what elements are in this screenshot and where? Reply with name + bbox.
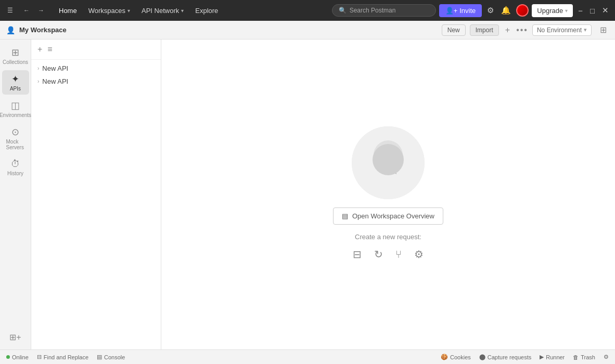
open-workspace-label: Open Workspace Overview — [352, 212, 434, 220]
console-button[interactable]: ▤ Console — [97, 354, 125, 360]
websocket-icon: ↻ — [374, 248, 383, 261]
http-icon: ⊟ — [353, 248, 362, 261]
api-item-chevron: › — [37, 79, 39, 84]
list-item[interactable]: › New API — [31, 75, 161, 88]
more-options-button[interactable]: ••• — [516, 25, 528, 35]
notifications-button[interactable]: 🔔 — [499, 4, 513, 17]
panel-header: + ≡ — [31, 40, 161, 60]
api-item-name: New API — [42, 64, 68, 72]
http-request-button[interactable]: ⊟ — [351, 246, 364, 263]
collections-icon: ⊞ — [11, 47, 19, 58]
grpc-request-button[interactable]: ⚙ — [412, 246, 426, 263]
status-bar: Online ⊟ Find and Replace ▤ Console 🍪 Co… — [0, 349, 615, 364]
table-view-button[interactable]: ⊞ — [598, 24, 609, 36]
environments-label: Environments — [0, 112, 31, 118]
marketplace-icon: ⊞+ — [9, 332, 21, 342]
trash-button[interactable]: 🗑 Trash — [573, 354, 595, 360]
sidebar-item-environments[interactable]: ◫ Environments — [2, 97, 29, 121]
workspace-bar: 👤 My Workspace New Import + ••• No Envir… — [0, 21, 615, 40]
env-label: No Environment — [537, 27, 582, 34]
environment-selector[interactable]: No Environment ▾ — [532, 24, 592, 36]
search-placeholder: Search Postman — [350, 7, 396, 14]
sidebar-item-collections[interactable]: ⊞ Collections — [2, 44, 29, 68]
main-layout: ⊞ Collections ✦ APIs ◫ Environments ⊙ Mo… — [0, 40, 615, 349]
titlebar-left: ☰ — [4, 5, 16, 16]
runner-icon: ▶ — [540, 354, 544, 360]
status-settings-icon: ⚙ — [604, 354, 609, 360]
workspace-name: My Workspace — [19, 26, 438, 34]
history-label: History — [7, 171, 23, 176]
add-api-button[interactable]: + — [36, 44, 43, 55]
history-icon: ⏱ — [11, 159, 20, 170]
find-replace-button[interactable]: ⊟ Find and Replace — [37, 354, 88, 360]
search-icon: 🔍 — [339, 7, 347, 14]
titlebar: ☰ ← → Home Workspaces ▾ API Network ▾ Ex… — [0, 0, 615, 21]
mock-servers-label: Mock Servers — [6, 139, 25, 150]
workspaces-chevron: ▾ — [127, 8, 130, 14]
nav-buttons: ← → — [20, 5, 47, 16]
menu-workspaces[interactable]: Workspaces ▾ — [83, 5, 135, 17]
sidebar-item-apis[interactable]: ✦ APIs — [2, 70, 29, 95]
online-status[interactable]: Online — [6, 354, 29, 360]
environments-icon: ◫ — [11, 100, 20, 111]
console-icon: ▤ — [97, 354, 102, 360]
status-right: 🍪 Cookies ⬤ Capture requests ▶ Runner 🗑 … — [441, 354, 609, 360]
online-label: Online — [12, 354, 29, 360]
upgrade-button[interactable]: Upgrade ▾ — [532, 4, 573, 17]
svg-point-0 — [352, 126, 425, 199]
cookies-icon: 🍪 — [441, 354, 448, 360]
window-close-button[interactable]: ✕ — [600, 4, 611, 17]
menu-home[interactable]: Home — [54, 5, 82, 17]
api-list: › New API › New API — [31, 60, 161, 90]
trash-icon: 🗑 — [573, 354, 579, 360]
svg-rect-2 — [382, 151, 396, 171]
sidebar-item-history[interactable]: ⏱ History — [2, 155, 29, 179]
invite-user-icon: 👤+ — [445, 7, 458, 15]
grpc-icon: ⚙ — [414, 248, 424, 261]
list-item[interactable]: › New API — [31, 62, 161, 75]
sidebar-item-marketplace[interactable]: ⊞+ — [2, 329, 29, 345]
create-request-label: Create a new request: — [355, 233, 421, 241]
svg-rect-4 — [382, 151, 388, 157]
create-request-section: Create a new request: ⊟ ↻ ⑂ ⚙ — [351, 233, 426, 263]
settings-button[interactable]: ⚙ — [485, 4, 496, 17]
add-tab-button[interactable]: + — [503, 24, 512, 36]
workspace-overview-icon: ▤ — [342, 212, 348, 220]
menu-explore[interactable]: Explore — [190, 5, 223, 17]
illustration-svg — [352, 126, 425, 199]
collections-label: Collections — [3, 59, 28, 65]
new-button[interactable]: New — [442, 24, 466, 36]
titlebar-right: 🔍 Search Postman 👤+ Invite ⚙ 🔔 Upgrade ▾… — [332, 4, 611, 17]
nav-back-button[interactable]: ← — [20, 5, 33, 16]
websocket-request-button[interactable]: ↻ — [372, 246, 385, 263]
upgrade-chevron: ▾ — [565, 8, 568, 14]
graphql-request-button[interactable]: ⑂ — [393, 246, 404, 263]
window-maximize-button[interactable]: □ — [588, 4, 597, 17]
status-settings-button[interactable]: ⚙ — [604, 354, 609, 360]
filter-button[interactable]: ≡ — [46, 44, 53, 55]
menu-button[interactable]: ☰ — [4, 5, 16, 16]
runner-button[interactable]: ▶ Runner — [540, 354, 565, 360]
avatar[interactable] — [516, 4, 529, 17]
cookies-button[interactable]: 🍪 Cookies — [441, 354, 471, 360]
nav-forward-button[interactable]: → — [35, 5, 47, 16]
invite-button[interactable]: 👤+ Invite — [439, 4, 482, 17]
online-dot — [6, 355, 10, 359]
api-item-chevron: › — [37, 66, 39, 71]
request-type-icons: ⊟ ↻ ⑂ ⚙ — [351, 246, 426, 263]
menu-api-network[interactable]: API Network ▾ — [136, 5, 189, 17]
search-bar[interactable]: 🔍 Search Postman — [332, 4, 436, 17]
mock-servers-icon: ⊙ — [11, 126, 19, 138]
sidebar-item-mock-servers[interactable]: ⊙ Mock Servers — [2, 123, 29, 153]
empty-illustration — [352, 126, 425, 199]
svg-point-1 — [374, 140, 403, 170]
workspace-user-icon: 👤 — [6, 26, 15, 34]
window-minimize-button[interactable]: − — [576, 4, 585, 17]
import-button[interactable]: Import — [470, 24, 499, 36]
empty-state: ▤ Open Workspace Overview Create a new r… — [333, 126, 443, 263]
main-menu: Home Workspaces ▾ API Network ▾ Explore — [54, 5, 330, 17]
sidebar-icons: ⊞ Collections ✦ APIs ◫ Environments ⊙ Mo… — [0, 40, 31, 349]
open-workspace-overview-button[interactable]: ▤ Open Workspace Overview — [333, 207, 443, 225]
capture-requests-button[interactable]: ⬤ Capture requests — [479, 354, 531, 360]
api-network-chevron: ▾ — [181, 8, 184, 14]
